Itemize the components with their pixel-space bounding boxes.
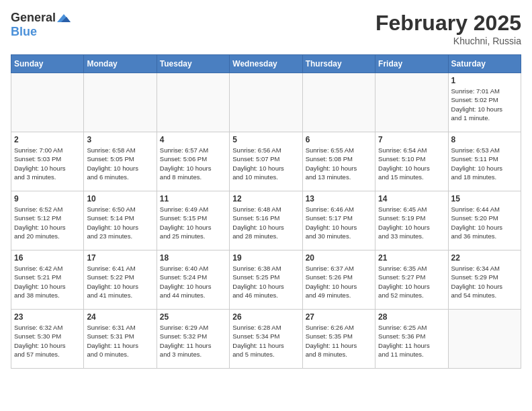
- day-number: 4: [160, 135, 226, 144]
- day-info: Sunrise: 6:37 AM Sunset: 5:26 PM Dayligh…: [306, 264, 372, 300]
- day-number: 25: [160, 312, 226, 322]
- calendar-day: 14Sunrise: 6:45 AM Sunset: 5:19 PM Dayli…: [375, 191, 448, 250]
- day-info: Sunrise: 6:50 AM Sunset: 5:14 PM Dayligh…: [87, 205, 153, 240]
- day-number: 19: [232, 253, 299, 263]
- day-number: 11: [160, 194, 226, 203]
- calendar-day: 23Sunrise: 6:32 AM Sunset: 5:30 PM Dayli…: [11, 310, 84, 369]
- calendar-day: 9Sunrise: 6:52 AM Sunset: 5:12 PM Daylig…: [11, 191, 84, 250]
- day-info: Sunrise: 6:28 AM Sunset: 5:34 PM Dayligh…: [232, 323, 299, 359]
- day-info: Sunrise: 6:53 AM Sunset: 5:11 PM Dayligh…: [451, 146, 518, 181]
- day-number: 26: [232, 312, 299, 322]
- day-info: Sunrise: 6:48 AM Sunset: 5:16 PM Dayligh…: [232, 205, 299, 240]
- calendar-day: 18Sunrise: 6:40 AM Sunset: 5:24 PM Dayli…: [157, 250, 229, 310]
- day-number: 20: [306, 253, 372, 263]
- day-number: 28: [378, 312, 445, 322]
- day-info: Sunrise: 6:40 AM Sunset: 5:24 PM Dayligh…: [160, 264, 226, 300]
- header-saturday: Saturday: [448, 55, 521, 73]
- day-info: Sunrise: 6:56 AM Sunset: 5:07 PM Dayligh…: [232, 146, 299, 181]
- logo-blue: Blue: [11, 25, 37, 39]
- calendar-week-4: 16Sunrise: 6:42 AM Sunset: 5:21 PM Dayli…: [11, 250, 521, 310]
- header-wednesday: Wednesday: [230, 55, 302, 73]
- day-info: Sunrise: 6:54 AM Sunset: 5:10 PM Dayligh…: [378, 146, 445, 181]
- calendar-header-row: SundayMondayTuesdayWednesdayThursdayFrid…: [11, 55, 521, 73]
- calendar-day: 22Sunrise: 6:34 AM Sunset: 5:29 PM Dayli…: [448, 250, 521, 310]
- calendar-week-2: 2Sunrise: 7:00 AM Sunset: 5:03 PM Daylig…: [11, 132, 521, 191]
- day-number: 27: [306, 312, 372, 322]
- day-number: 5: [232, 135, 299, 144]
- calendar-day: 11Sunrise: 6:49 AM Sunset: 5:15 PM Dayli…: [157, 191, 229, 250]
- day-number: 18: [160, 253, 226, 263]
- header-friday: Friday: [375, 55, 448, 73]
- header-monday: Monday: [84, 55, 157, 73]
- day-info: Sunrise: 6:42 AM Sunset: 5:21 PM Dayligh…: [14, 264, 81, 300]
- day-info: Sunrise: 6:55 AM Sunset: 5:08 PM Dayligh…: [306, 146, 372, 181]
- day-info: Sunrise: 6:29 AM Sunset: 5:32 PM Dayligh…: [160, 323, 226, 359]
- day-number: 12: [232, 194, 299, 203]
- calendar-day: [11, 73, 84, 132]
- calendar-day: 28Sunrise: 6:25 AM Sunset: 5:36 PM Dayli…: [375, 310, 448, 369]
- calendar-day: 25Sunrise: 6:29 AM Sunset: 5:32 PM Dayli…: [157, 310, 229, 369]
- day-info: Sunrise: 7:00 AM Sunset: 5:03 PM Dayligh…: [14, 146, 81, 181]
- calendar-day: [375, 73, 448, 132]
- day-info: Sunrise: 6:38 AM Sunset: 5:25 PM Dayligh…: [232, 264, 299, 300]
- day-info: Sunrise: 6:25 AM Sunset: 5:36 PM Dayligh…: [378, 323, 445, 359]
- calendar-day: 2Sunrise: 7:00 AM Sunset: 5:03 PM Daylig…: [11, 132, 84, 191]
- calendar-day: [448, 310, 521, 369]
- day-info: Sunrise: 6:41 AM Sunset: 5:22 PM Dayligh…: [87, 264, 153, 300]
- calendar-day: 10Sunrise: 6:50 AM Sunset: 5:14 PM Dayli…: [84, 191, 157, 250]
- logo-general: General: [11, 11, 56, 25]
- day-info: Sunrise: 6:44 AM Sunset: 5:20 PM Dayligh…: [451, 205, 518, 240]
- calendar-day: [230, 73, 302, 132]
- day-info: Sunrise: 6:52 AM Sunset: 5:12 PM Dayligh…: [14, 205, 81, 240]
- day-number: 8: [451, 135, 518, 144]
- day-info: Sunrise: 6:49 AM Sunset: 5:15 PM Dayligh…: [160, 205, 226, 240]
- logo-icon: [57, 13, 71, 24]
- calendar-day: [157, 73, 229, 132]
- calendar-day: 13Sunrise: 6:46 AM Sunset: 5:17 PM Dayli…: [302, 191, 375, 250]
- calendar-day: 4Sunrise: 6:57 AM Sunset: 5:06 PM Daylig…: [157, 132, 229, 191]
- calendar-day: [302, 73, 375, 132]
- day-info: Sunrise: 6:31 AM Sunset: 5:31 PM Dayligh…: [87, 323, 153, 359]
- day-number: 15: [451, 194, 518, 203]
- calendar-day: 20Sunrise: 6:37 AM Sunset: 5:26 PM Dayli…: [302, 250, 375, 310]
- calendar-day: 12Sunrise: 6:48 AM Sunset: 5:16 PM Dayli…: [230, 191, 302, 250]
- day-number: 9: [14, 194, 81, 203]
- page-header: General Blue February 2025 Khuchni, Russ…: [11, 11, 521, 46]
- calendar-day: 17Sunrise: 6:41 AM Sunset: 5:22 PM Dayli…: [84, 250, 157, 310]
- calendar-day: 1Sunrise: 7:01 AM Sunset: 5:02 PM Daylig…: [448, 73, 521, 132]
- calendar-day: 19Sunrise: 6:38 AM Sunset: 5:25 PM Dayli…: [230, 250, 302, 310]
- calendar-week-3: 9Sunrise: 6:52 AM Sunset: 5:12 PM Daylig…: [11, 191, 521, 250]
- day-info: Sunrise: 6:34 AM Sunset: 5:29 PM Dayligh…: [451, 264, 518, 300]
- calendar-title: February 2025: [375, 11, 521, 36]
- day-number: 13: [306, 194, 372, 203]
- calendar-day: 24Sunrise: 6:31 AM Sunset: 5:31 PM Dayli…: [84, 310, 157, 369]
- day-info: Sunrise: 6:57 AM Sunset: 5:06 PM Dayligh…: [160, 146, 226, 181]
- day-info: Sunrise: 6:58 AM Sunset: 5:05 PM Dayligh…: [87, 146, 153, 181]
- day-number: 6: [306, 135, 372, 144]
- day-number: 22: [451, 253, 518, 263]
- calendar-day: 16Sunrise: 6:42 AM Sunset: 5:21 PM Dayli…: [11, 250, 84, 310]
- header-tuesday: Tuesday: [157, 55, 229, 73]
- day-number: 21: [378, 253, 445, 263]
- calendar-day: 3Sunrise: 6:58 AM Sunset: 5:05 PM Daylig…: [84, 132, 157, 191]
- day-info: Sunrise: 6:26 AM Sunset: 5:35 PM Dayligh…: [306, 323, 372, 359]
- day-number: 2: [14, 135, 81, 144]
- header-thursday: Thursday: [302, 55, 375, 73]
- day-number: 3: [87, 135, 153, 144]
- calendar-day: 27Sunrise: 6:26 AM Sunset: 5:35 PM Dayli…: [302, 310, 375, 369]
- title-block: February 2025 Khuchni, Russia: [375, 11, 521, 46]
- day-info: Sunrise: 6:45 AM Sunset: 5:19 PM Dayligh…: [378, 205, 445, 240]
- calendar-day: 21Sunrise: 6:35 AM Sunset: 5:27 PM Dayli…: [375, 250, 448, 310]
- day-info: Sunrise: 7:01 AM Sunset: 5:02 PM Dayligh…: [451, 87, 518, 122]
- calendar-day: 8Sunrise: 6:53 AM Sunset: 5:11 PM Daylig…: [448, 132, 521, 191]
- day-info: Sunrise: 6:32 AM Sunset: 5:30 PM Dayligh…: [14, 323, 81, 359]
- day-number: 7: [378, 135, 445, 144]
- calendar-day: [84, 73, 157, 132]
- day-number: 17: [87, 253, 153, 263]
- day-number: 1: [451, 76, 518, 85]
- calendar-week-5: 23Sunrise: 6:32 AM Sunset: 5:30 PM Dayli…: [11, 310, 521, 369]
- logo: General Blue: [11, 11, 71, 39]
- day-number: 16: [14, 253, 81, 263]
- calendar-day: 6Sunrise: 6:55 AM Sunset: 5:08 PM Daylig…: [302, 132, 375, 191]
- header-sunday: Sunday: [11, 55, 84, 73]
